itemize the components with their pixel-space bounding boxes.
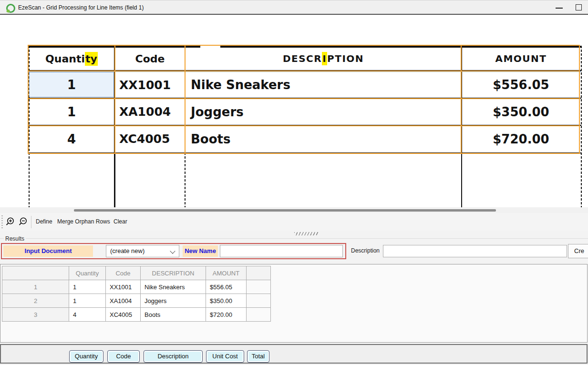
doc-cell-amount[interactable]: $556.05 [462, 72, 580, 97]
doc-header-code: Code [115, 48, 185, 70]
grid-cell-quantity[interactable]: 4 [69, 308, 106, 322]
grid-cell-description[interactable]: Joggers [141, 294, 206, 308]
doc-cell-code[interactable]: XC4005 [119, 126, 181, 152]
zoom-in-icon[interactable] [4, 216, 16, 228]
minimize-button[interactable] [552, 0, 566, 14]
output-quantity-button[interactable]: Quantity [69, 350, 103, 363]
doc-cell-code[interactable]: XA1004 [119, 99, 181, 124]
doc-cell-quantity[interactable]: 4 [29, 126, 114, 152]
zoom-out-icon[interactable] [17, 216, 29, 228]
doc-cell-quantity[interactable]: 1 [29, 72, 114, 97]
splitter-handle[interactable] [294, 232, 318, 235]
toolbar-separator [31, 216, 31, 228]
window-title: EzeScan - Grid Processing for Line Items… [18, 4, 144, 11]
doc-cell-code[interactable]: XX1001 [119, 72, 181, 97]
output-code-button[interactable]: Code [107, 350, 140, 363]
grid-header-code[interactable]: Code [106, 266, 141, 280]
input-document-dropdown[interactable]: (create new) [106, 245, 179, 257]
description-label: Description [351, 247, 380, 254]
grid-cell-amount[interactable]: $350.00 [206, 294, 247, 308]
output-description-button[interactable]: Description [144, 350, 203, 363]
output-to-bar: Output To Quantity Code Description Unit… [0, 344, 588, 364]
input-document-label: Input Document [3, 245, 93, 257]
grid-header-quantity[interactable]: Quantity [69, 266, 106, 280]
grid-header-description[interactable]: DESCRIPTION [141, 266, 206, 280]
grid-cell-description[interactable]: Boots [141, 308, 206, 322]
new-name-label: New Name [183, 245, 218, 257]
grid-cell-description[interactable]: Nike Sneakers [141, 280, 206, 294]
results-groupbox-border [0, 238, 588, 239]
horizontal-scrollbar[interactable] [0, 207, 588, 213]
scan-line [581, 46, 582, 207]
new-name-input[interactable] [220, 245, 343, 257]
doc-cell-amount[interactable]: $720.00 [462, 126, 580, 152]
grid-cell-empty [247, 308, 271, 322]
input-document-value: (create new) [110, 247, 144, 254]
merge-orphan-rows-button[interactable]: Merge Orphan Rows [57, 218, 110, 225]
ezescan-logo-icon [6, 4, 15, 13]
chevron-down-icon [170, 248, 175, 253]
maximize-button[interactable] [571, 0, 586, 14]
grid-cell-empty [247, 294, 271, 308]
doc-cell-amount[interactable]: $350.00 [462, 99, 580, 124]
grid-cell-amount[interactable]: $556.05 [206, 280, 247, 294]
grid-header-amount[interactable]: AMOUNT [206, 266, 247, 280]
output-total-button[interactable]: Total [247, 350, 269, 363]
results-grid-panel: Quantity Code DESCRIPTION AMOUNT 1 1 XX1… [0, 264, 588, 343]
grid-header-empty [247, 266, 271, 280]
doc-header-description: DESCRIPTION [186, 48, 461, 70]
scrollbar-thumb[interactable] [74, 209, 496, 212]
grid-cell-code[interactable]: XX1001 [106, 280, 141, 294]
doc-cell-description[interactable]: Nike Sneakers [191, 72, 458, 97]
doc-header-description-text: DESCR [283, 53, 322, 64]
title-bar: EzeScan - Grid Processing for Line Items… [0, 0, 588, 15]
toolbar-gripper[interactable] [1, 215, 3, 229]
minimize-icon [556, 8, 563, 9]
doc-header-quantity-highlight: ty [85, 52, 98, 66]
doc-cell-quantity[interactable]: 1 [29, 99, 114, 124]
doc-cell-description[interactable]: Joggers [191, 99, 458, 124]
doc-header-description-highlight: I [322, 52, 327, 65]
toolbar: Define Merge Orphan Rows Clear [0, 213, 588, 231]
description-input[interactable] [383, 245, 567, 257]
doc-cell-description[interactable]: Boots [191, 126, 458, 152]
results-group-label: Results [4, 235, 26, 242]
output-unit-cost-button[interactable]: Unit Cost [206, 350, 244, 363]
grid-cell-amount[interactable]: $720.00 [206, 308, 247, 322]
grid-cell-code[interactable]: XC4005 [106, 308, 141, 322]
doc-header-quantity: Quantity [29, 48, 114, 70]
grid-corner-header [2, 266, 69, 280]
create-button[interactable]: Cre [568, 244, 588, 258]
document-viewer[interactable]: Quantity Code DESCRIPTION AMOUNT 1 XX100… [0, 15, 588, 207]
grid-row-number[interactable]: 2 [2, 294, 69, 308]
grid-cell-empty [247, 280, 271, 294]
grid-cell-code[interactable]: XA1004 [106, 294, 141, 308]
grid-cell-quantity[interactable]: 1 [69, 280, 106, 294]
results-grid: Quantity Code DESCRIPTION AMOUNT 1 1 XX1… [2, 266, 271, 322]
doc-header-description-text: PTION [327, 53, 364, 64]
detect-line [28, 45, 580, 46]
doc-header-quantity-text: Quanti [45, 53, 85, 65]
maximize-icon [576, 4, 582, 10]
grid-cell-quantity[interactable]: 1 [69, 294, 106, 308]
clear-button[interactable]: Clear [113, 218, 127, 225]
grid-row-number[interactable]: 3 [2, 308, 69, 322]
grid-row-number[interactable]: 1 [2, 280, 69, 294]
detect-line [28, 71, 580, 71]
define-button[interactable]: Define [36, 218, 52, 225]
detect-line [28, 153, 580, 154]
doc-header-amount: AMOUNT [462, 48, 580, 70]
